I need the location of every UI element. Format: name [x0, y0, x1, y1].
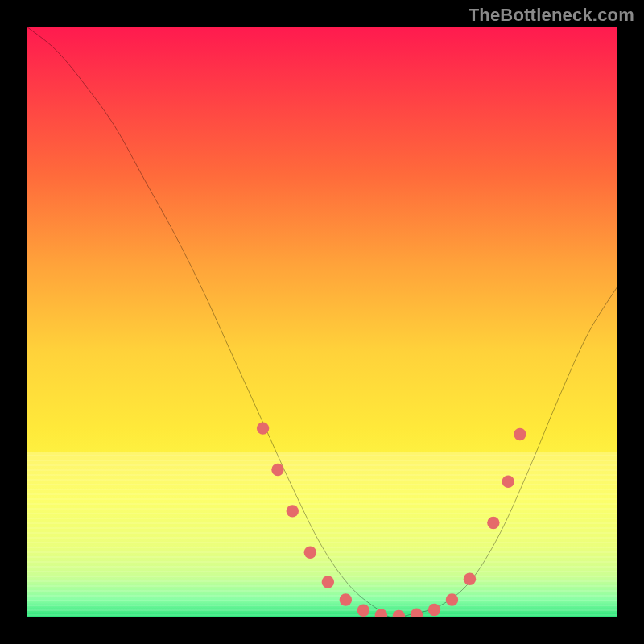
marker-dot: [322, 576, 334, 588]
marker-dot: [411, 609, 423, 617]
marker-dot: [487, 517, 499, 529]
marker-dot: [464, 573, 476, 585]
marker-dot: [514, 428, 526, 440]
marker-dot: [393, 610, 405, 617]
marker-dot: [502, 475, 514, 487]
marker-dot: [357, 604, 369, 616]
plot-area: [27, 27, 617, 617]
marker-layer: [257, 422, 526, 617]
watermark-text: TheBottleneck.com: [469, 5, 634, 26]
marker-dot: [287, 505, 299, 517]
bottleneck-curve: [27, 27, 617, 617]
marker-dot: [340, 593, 352, 605]
marker-dot: [375, 609, 387, 617]
curve-layer: [27, 27, 617, 617]
marker-dot: [428, 604, 440, 616]
marker-dot: [271, 464, 283, 476]
marker-dot: [446, 593, 458, 605]
marker-dot: [304, 547, 316, 559]
marker-dot: [257, 422, 269, 434]
chart-stage: TheBottleneck.com: [0, 0, 644, 644]
